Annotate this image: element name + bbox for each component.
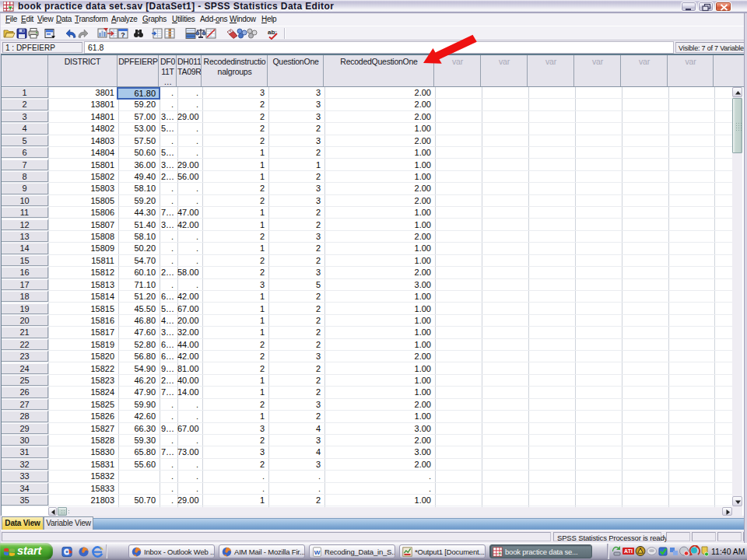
svg-text:W: W [314, 549, 321, 556]
svg-text:ATI: ATI [624, 548, 633, 554]
svg-text:?: ? [121, 31, 125, 39]
